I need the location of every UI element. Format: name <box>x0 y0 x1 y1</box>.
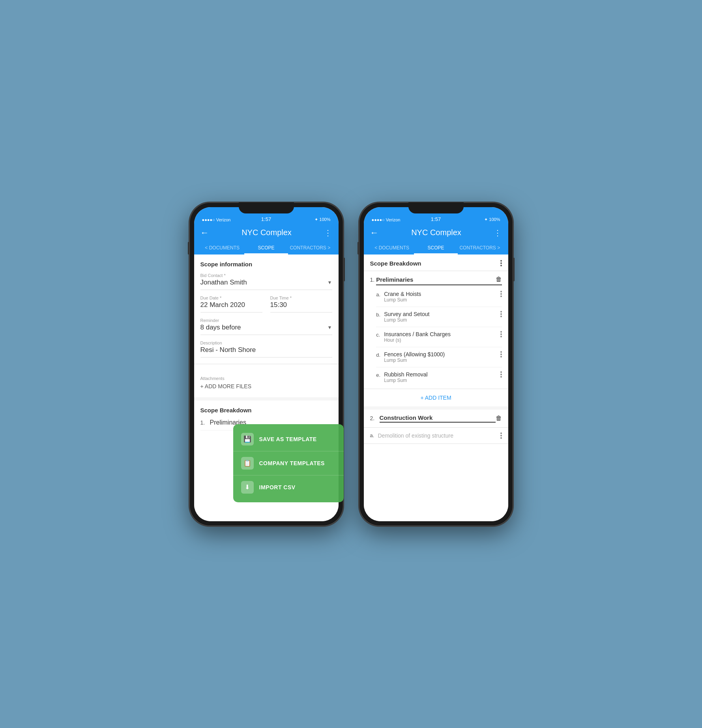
cat1-num: 1. <box>370 276 375 283</box>
notch-1 <box>239 202 294 213</box>
due-date-col: Due Date * 22 March 2020 <box>200 290 262 313</box>
sub-info-e: Rubbish Removal Lump Sum <box>384 371 497 383</box>
battery-2: ✦ 100% <box>484 217 500 222</box>
cat1-title: Preliminaries <box>376 276 413 283</box>
sub-name-e: Rubbish Removal <box>384 371 497 378</box>
construction-item: 2. Construction Work 🗑 <box>364 410 508 428</box>
cat2-num: 2. <box>370 415 380 421</box>
tab-scope-1[interactable]: SCOPE <box>244 241 288 255</box>
sub-more-a[interactable] <box>497 291 502 297</box>
sub-name-a: Crane & Hoists <box>384 291 497 297</box>
sub-type-a: Lump Sum <box>384 297 497 303</box>
scope-item-num-1: 1. <box>200 419 210 426</box>
demolition-letter: a. <box>370 432 378 438</box>
app-header-1: ← NYC Complex ⋮ < DOCUMENTS SCOPE CO <box>194 225 339 255</box>
cat1-trash[interactable]: 🗑 <box>496 276 502 283</box>
company-templates-icon: 📋 <box>241 457 254 470</box>
add-item-button[interactable]: + ADD ITEM <box>364 389 508 410</box>
phone-2: ●●●●○ Verizon 1:57 ✦ 100% ← NYC Complex … <box>359 202 513 526</box>
battery-1: ✦ 100% <box>314 217 330 222</box>
header-row-1: ← NYC Complex ⋮ <box>200 228 332 241</box>
scope-header-title: Scope Breakdown <box>370 260 421 267</box>
cat2-trash[interactable]: 🗑 <box>496 415 502 422</box>
cat1-content: Preliminaries 🗑 a. Crane & Hoists Lump S… <box>376 276 502 387</box>
due-time-col: Due Time * 15:30 <box>270 290 332 313</box>
sub-type-c: Hour (s) <box>384 337 497 343</box>
company-templates-label: COMPANY TEMPLATES <box>259 460 325 466</box>
scope-breakdown-title-1: Scope Breakdown <box>200 407 332 414</box>
sub-letter-d: d. <box>376 352 384 358</box>
description-field[interactable]: Resi - North Shore <box>200 346 332 357</box>
save-template-item[interactable]: 💾 SAVE AS TEMPLATE <box>233 427 344 451</box>
attachments-section: Attachments + ADD MORE FILES <box>194 364 339 400</box>
tab-scope-2[interactable]: SCOPE <box>414 241 458 255</box>
reminder-field[interactable]: 8 days before ▼ <box>200 324 332 335</box>
sub-name-d: Fences (Allowing $1000) <box>384 351 497 357</box>
phone-1-wrapper: ●●●●○ Verizon 1:57 ✦ 100% ← NYC Complex … <box>189 202 343 526</box>
due-time-field[interactable]: 15:30 <box>270 301 332 313</box>
company-templates-item[interactable]: 📋 COMPANY TEMPLATES <box>233 451 344 475</box>
form-section-title: Scope information <box>200 261 332 268</box>
demolition-name: Demolition of existing structure <box>378 432 497 439</box>
scope-header-more[interactable] <box>500 260 502 266</box>
tab-contractors-1[interactable]: CONTRACTORS > <box>288 241 332 255</box>
bid-contact-field[interactable]: Jonathan Smith ▼ <box>200 279 332 290</box>
sub-letter-c: c. <box>376 332 384 338</box>
header-row-2: ← NYC Complex ⋮ <box>370 228 502 241</box>
phone-2-screen: ●●●●○ Verizon 1:57 ✦ 100% ← NYC Complex … <box>364 207 508 521</box>
attachments-label: Attachments <box>200 376 332 381</box>
scope-category-1: 1. Preliminaries 🗑 a. <box>364 271 508 389</box>
sub-info-a: Crane & Hoists Lump Sum <box>384 291 497 303</box>
time-2: 1:57 <box>431 216 441 222</box>
save-template-label: SAVE AS TEMPLATE <box>259 436 317 442</box>
back-button-2[interactable]: ← <box>370 228 379 238</box>
sub-item-e: e. Rubbish Removal Lump Sum <box>376 367 502 387</box>
sub-more-b[interactable] <box>497 311 502 317</box>
import-csv-icon: ⬇ <box>241 481 254 494</box>
sub-type-e: Lump Sum <box>384 378 497 383</box>
sub-more-c[interactable] <box>497 331 502 337</box>
sub-info-b: Survey and Setout Lump Sum <box>384 311 497 323</box>
due-date-field[interactable]: 22 March 2020 <box>200 301 262 313</box>
sub-type-d: Lump Sum <box>384 357 497 363</box>
demolition-item: a. Demolition of existing structure <box>364 428 508 444</box>
sub-letter-a: a. <box>376 292 384 298</box>
due-date-label: Due Date * <box>200 296 262 300</box>
reminder-label: Reminder <box>200 318 332 323</box>
sub-name-b: Survey and Setout <box>384 311 497 317</box>
notch-2 <box>408 202 464 213</box>
sub-info-c: Insurances / Bank Charges Hour (s) <box>384 331 497 343</box>
reminder-arrow: ▼ <box>328 325 332 330</box>
more-button-1[interactable]: ⋮ <box>324 228 332 238</box>
sub-item-d: d. Fences (Allowing $1000) Lump Sum <box>376 347 502 367</box>
tab-contractors-2[interactable]: CONTRACTORS > <box>458 241 502 255</box>
tabs-1: < DOCUMENTS SCOPE CONTRACTORS > <box>200 241 332 255</box>
bid-contact-label: Bid Contact * <box>200 273 332 278</box>
sub-more-d[interactable] <box>497 351 502 357</box>
sub-letter-e: e. <box>376 372 384 378</box>
add-files-button[interactable]: + ADD MORE FILES <box>200 382 332 391</box>
import-csv-item[interactable]: ⬇ IMPORT CSV <box>233 475 344 499</box>
phones-container: ●●●●○ Verizon 1:57 ✦ 100% ← NYC Complex … <box>189 202 513 526</box>
import-csv-label: IMPORT CSV <box>259 484 296 490</box>
sub-item-b: b. Survey and Setout Lump Sum <box>376 307 502 327</box>
cat2-name: Construction Work <box>380 414 496 423</box>
overlay-menu: 💾 SAVE AS TEMPLATE 📋 COMPANY TEMPLATES ⬇… <box>233 424 344 502</box>
sub-info-d: Fences (Allowing $1000) Lump Sum <box>384 351 497 363</box>
date-time-row: Due Date * 22 March 2020 Due Time * 15:3… <box>200 290 332 313</box>
bid-contact-arrow: ▼ <box>328 280 332 285</box>
tab-documents-1[interactable]: < DOCUMENTS <box>200 241 244 255</box>
phone-2-wrapper: ●●●●○ Verizon 1:57 ✦ 100% ← NYC Complex … <box>359 202 513 526</box>
demolition-more[interactable] <box>497 432 502 439</box>
app-header-2: ← NYC Complex ⋮ < DOCUMENTS SCOPE CO <box>364 225 508 255</box>
content-2: Scope Breakdown 1. <box>364 255 508 521</box>
carrier-1: ●●●●○ Verizon <box>202 217 231 222</box>
time-1: 1:57 <box>261 216 271 222</box>
description-label: Description <box>200 341 332 345</box>
sub-item-c: c. Insurances / Bank Charges Hour (s) <box>376 327 502 347</box>
back-button-1[interactable]: ← <box>200 228 209 238</box>
sub-letter-b: b. <box>376 312 384 318</box>
more-button-2[interactable]: ⋮ <box>494 228 502 238</box>
sub-more-e[interactable] <box>497 371 502 378</box>
tab-documents-2[interactable]: < DOCUMENTS <box>370 241 414 255</box>
